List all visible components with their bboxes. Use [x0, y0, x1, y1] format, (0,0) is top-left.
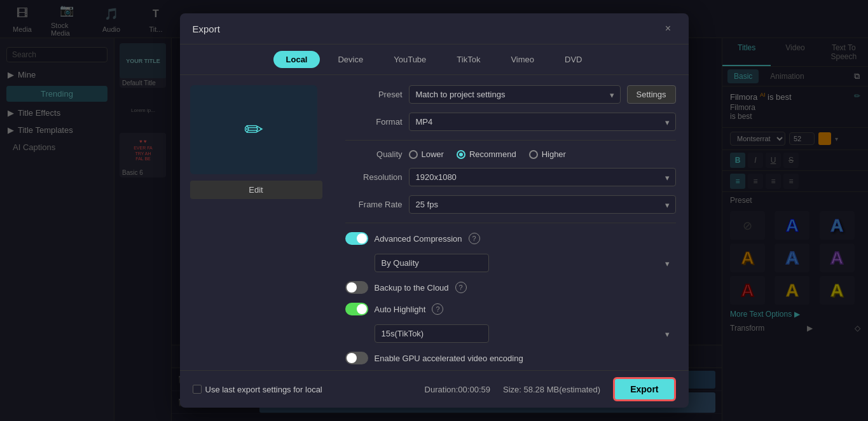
gpu-label: Enable GPU accelerated video encoding: [375, 354, 523, 363]
quality-recommend[interactable]: Recommend: [457, 149, 516, 159]
quality-higher-label: Higher: [542, 149, 566, 159]
gpu-toggle[interactable]: [345, 352, 368, 364]
settings-button[interactable]: Settings: [627, 85, 676, 104]
toggle-knob: [357, 233, 367, 244]
auto-highlight-label: Auto Highlight: [375, 305, 426, 314]
resolution-select-wrapper: 1920x1080: [409, 168, 676, 186]
auto-highlight-toggle[interactable]: [345, 303, 368, 315]
backup-cloud-row: Backup to the Cloud ?: [345, 281, 676, 294]
backup-cloud-label: Backup to the Cloud: [375, 283, 449, 293]
dialog-body: ✏ Edit Preset Match to project settings: [180, 75, 689, 370]
close-icon: ×: [665, 23, 671, 34]
edit-button-label: Edit: [249, 185, 263, 195]
auto-highlight-value-row: 15s(TikTok): [375, 324, 676, 343]
backup-cloud-help[interactable]: ?: [455, 282, 467, 293]
footer-info: Duration:00:00:59 Size: 58.28 MB(estimat…: [425, 377, 676, 401]
dialog-title: Export: [193, 24, 220, 34]
dialog-close-button[interactable]: ×: [661, 21, 676, 36]
gpu-toggle-knob: [347, 353, 357, 363]
settings-button-label: Settings: [637, 90, 666, 99]
by-quality-row: By Quality: [375, 254, 676, 272]
auto-highlight-help[interactable]: ?: [432, 303, 443, 315]
export-tab-vimeo[interactable]: Vimeo: [498, 51, 547, 68]
frame-rate-label: Frame Rate: [345, 200, 403, 209]
preset-row: Preset Match to project settings Setting…: [345, 85, 676, 104]
dialog-footer: Use last export settings for local Durat…: [180, 370, 689, 408]
export-tab-youtube[interactable]: YouTube: [381, 51, 439, 68]
settings-divider: [345, 140, 676, 141]
format-select-wrapper: MP4: [409, 113, 676, 131]
frame-rate-select[interactable]: 25 fps: [409, 195, 676, 214]
export-tab-dvd-label: DVD: [565, 55, 582, 64]
resolution-row: Resolution 1920x1080: [345, 168, 676, 186]
dialog-header: Export ×: [180, 13, 689, 45]
auto-highlight-row: Auto Highlight ?: [345, 303, 676, 315]
backup-cloud-toggle[interactable]: [345, 281, 368, 294]
export-tabs: Local Device YouTube TikTok Vimeo DVD: [180, 45, 689, 75]
quality-lower-label: Lower: [422, 149, 444, 159]
by-quality-select[interactable]: By Quality: [375, 254, 489, 272]
backup-toggle-knob: [347, 282, 357, 293]
export-tab-dvd[interactable]: DVD: [552, 51, 595, 68]
resolution-select[interactable]: 1920x1080: [409, 168, 676, 186]
export-tab-local-label: Local: [286, 55, 308, 64]
auto-highlight-select[interactable]: 15s(TikTok): [375, 324, 489, 343]
duration-info: Duration:00:00:59: [425, 385, 490, 394]
preset-select-wrapper: Match to project settings: [409, 85, 621, 104]
quality-higher[interactable]: Higher: [529, 149, 566, 159]
use-last-check[interactable]: [193, 385, 202, 394]
quality-recommend-label: Recommend: [469, 149, 516, 159]
quality-recommend-radio: [457, 150, 465, 159]
format-label: Format: [345, 117, 403, 127]
size-info: Size: 58.28 MB(estimated): [503, 385, 600, 394]
divider2: [345, 223, 676, 223]
format-select[interactable]: MP4: [409, 113, 676, 131]
advanced-compression-label: Advanced Compression: [375, 234, 462, 244]
export-tab-youtube-label: YouTube: [394, 55, 426, 64]
resolution-label: Resolution: [345, 172, 403, 182]
export-button-label: Export: [630, 384, 658, 394]
dialog-overlay: Export × Local Device YouTube TikTok Vim…: [0, 0, 868, 421]
radio-dot: [459, 153, 463, 156]
export-tab-device[interactable]: Device: [325, 51, 376, 68]
export-tab-tiktok[interactable]: TikTok: [444, 51, 493, 68]
quality-higher-radio: [529, 150, 538, 159]
format-row: Format MP4: [345, 113, 676, 131]
export-tab-device-label: Device: [338, 55, 363, 64]
auto-highlight-toggle-knob: [357, 304, 367, 314]
preset-select[interactable]: Match to project settings: [409, 85, 621, 104]
preset-label: Preset: [345, 90, 403, 99]
edit-button[interactable]: Edit: [190, 181, 322, 199]
quality-row: Quality Lower Recommend: [345, 149, 676, 159]
quality-lower[interactable]: Lower: [409, 149, 444, 159]
preview-thumbnail: ✏: [190, 85, 317, 174]
quality-label: Quality: [345, 149, 403, 159]
export-tab-vimeo-label: Vimeo: [511, 55, 534, 64]
advanced-compression-toggle[interactable]: [345, 232, 368, 245]
dialog-preview: ✏ Edit: [180, 75, 333, 370]
frame-rate-select-wrapper: 25 fps: [409, 195, 676, 214]
advanced-compression-row: Advanced Compression ?: [345, 232, 676, 245]
frame-rate-row: Frame Rate 25 fps: [345, 195, 676, 214]
export-button[interactable]: Export: [613, 377, 675, 401]
by-quality-select-wrapper: By Quality: [375, 254, 676, 272]
use-last-checkbox[interactable]: Use last export settings for local: [193, 385, 322, 394]
export-dialog: Export × Local Device YouTube TikTok Vim…: [180, 13, 689, 408]
export-tab-local[interactable]: Local: [273, 51, 320, 68]
quality-lower-radio: [409, 150, 418, 159]
use-last-label: Use last export settings for local: [205, 385, 322, 394]
export-tab-tiktok-label: TikTok: [457, 55, 480, 64]
gpu-row: Enable GPU accelerated video encoding: [345, 352, 676, 364]
quality-options: Lower Recommend Higher: [409, 149, 566, 159]
dialog-settings: Preset Match to project settings Setting…: [333, 75, 689, 370]
advanced-compression-help[interactable]: ?: [469, 233, 480, 244]
auto-highlight-select-wrapper: 15s(TikTok): [375, 324, 676, 343]
preview-play-icon: ✏: [244, 116, 263, 143]
